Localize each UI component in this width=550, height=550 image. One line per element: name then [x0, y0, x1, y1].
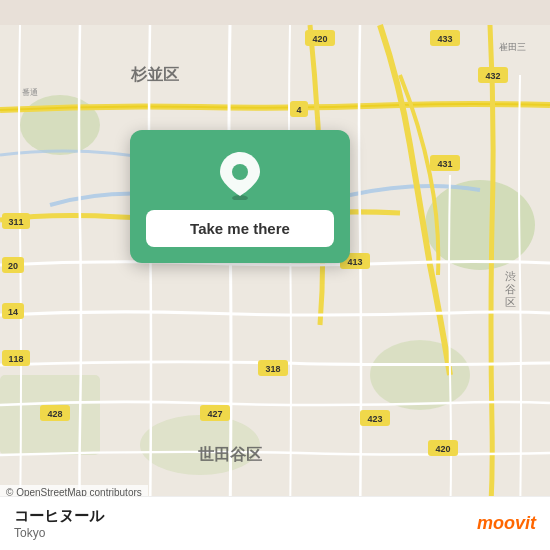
svg-text:420: 420 — [312, 34, 327, 44]
svg-text:431: 431 — [437, 159, 452, 169]
moovit-logo: moovit — [477, 513, 536, 534]
svg-text:311: 311 — [8, 217, 23, 227]
svg-text:20: 20 — [8, 261, 18, 271]
map-background: 311 20 14 433 420 4 432 431 413 — [0, 0, 550, 550]
svg-text:世田谷区: 世田谷区 — [198, 446, 262, 463]
svg-text:420: 420 — [435, 444, 450, 454]
popup-card: Take me there — [130, 130, 350, 263]
svg-point-3 — [370, 340, 470, 410]
location-pin-icon — [215, 150, 265, 200]
bottom-bar: コーヒヌール Tokyo moovit — [0, 496, 550, 550]
place-info: コーヒヌール Tokyo — [14, 507, 104, 540]
svg-text:413: 413 — [347, 257, 362, 267]
place-name: コーヒヌール — [14, 507, 104, 526]
svg-text:崔田三: 崔田三 — [499, 42, 526, 52]
svg-text:433: 433 — [437, 34, 452, 44]
take-me-there-button[interactable]: Take me there — [146, 210, 334, 247]
svg-text:渋: 渋 — [505, 270, 516, 282]
svg-text:杉並区: 杉並区 — [130, 66, 179, 83]
svg-text:谷: 谷 — [505, 283, 516, 295]
svg-text:427: 427 — [207, 409, 222, 419]
svg-text:428: 428 — [47, 409, 62, 419]
svg-text:432: 432 — [485, 71, 500, 81]
svg-text:4: 4 — [296, 105, 301, 115]
svg-text:番通: 番通 — [22, 88, 38, 97]
svg-point-5 — [140, 415, 260, 475]
svg-point-47 — [232, 164, 248, 180]
svg-text:118: 118 — [8, 354, 23, 364]
map-container: 311 20 14 433 420 4 432 431 413 — [0, 0, 550, 550]
svg-text:14: 14 — [8, 307, 18, 317]
svg-text:318: 318 — [265, 364, 280, 374]
svg-text:区: 区 — [505, 296, 516, 308]
svg-text:423: 423 — [367, 414, 382, 424]
moovit-brand-text: moovit — [477, 513, 536, 534]
place-city: Tokyo — [14, 526, 104, 540]
